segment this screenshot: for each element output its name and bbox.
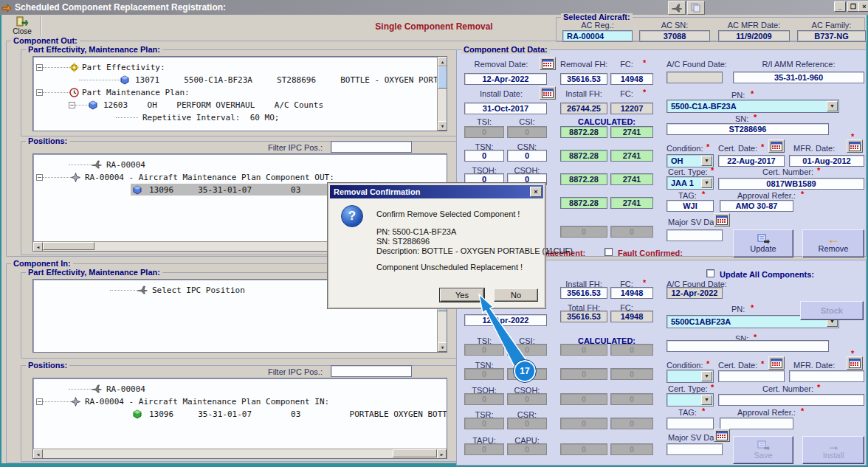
ci-install-date-field[interactable]: 12-Apr-2022 [464,314,547,326]
co-tsn-field[interactable]: 0 [464,150,504,162]
ci-approval-refer-field[interactable] [720,418,793,429]
tree-row[interactable]: 13096 35-31-01-07 03 PORTABLE OXYGEN BOT… [133,408,447,420]
co-cert-date-calendar-button[interactable] [768,139,785,153]
install-button-label: Install [823,451,844,460]
horizontal-scrollbar[interactable]: ◀ ▶ [33,449,447,458]
tree-row-label: Select IPC Position [148,286,245,295]
minimize-button[interactable]: _ [834,1,846,12]
ci-positions-tree: RA-00004 − RA-00004 - Aircraft Maintenan… [32,378,447,459]
dialog-no-button[interactable]: No [494,288,538,302]
co-pn-label: PN: [731,91,745,100]
co-install-date-field[interactable]: 31-Oct-2017 [464,103,547,114]
dropdown-arrow-icon[interactable]: ▼ [701,178,712,188]
ci-approval-refer-label: Approval Refer.: [737,408,796,417]
co-calc-fc-1: 2741 [610,126,653,138]
ci-major-sv-date-field[interactable] [666,443,723,455]
removal-date-calendar-button[interactable] [540,57,556,70]
co-approval-refer-field[interactable]: AMO 30-87 [720,200,793,212]
removal-fh-field[interactable]: 35616.53 [560,73,607,85]
co-csn-field[interactable]: 0 [507,150,547,162]
ci-mfr-date-field[interactable] [789,370,864,382]
co-calc-gray-fc: 0 [610,226,653,238]
ci-tsr-field: 0 [464,418,504,429]
tree-row[interactable]: − 12603 OH PERFORM OVERHAUL A/C Counts [36,99,323,111]
dropdown-arrow-icon[interactable]: ▼ [827,101,838,111]
ci-major-sv-calendar-button[interactable] [714,429,730,442]
co-sn-field[interactable]: ST288696 [666,123,829,135]
co-filter-ipc-input[interactable] [331,141,412,153]
scroll-left-button[interactable]: ◀ [33,242,43,252]
ci-mfr-date-calendar-button[interactable] [847,356,863,370]
ri-amm-field[interactable]: 35-31-01-960 [733,72,864,83]
dialog-yes-button[interactable]: Yes [440,288,484,302]
tree-row[interactable]: − Part Effectivity: [36,61,165,73]
calendar-icon [771,142,782,151]
tree-row[interactable]: RA-00004 [36,383,145,395]
ci-cert-date-field[interactable] [718,370,785,382]
co-ac-found-date-field[interactable] [666,72,723,83]
dropdown-arrow-icon[interactable]: ▼ [701,371,712,381]
co-cert-date-field[interactable]: 22-Aug-2017 [718,155,785,167]
ci-calc-fh-3: 0 [560,393,607,405]
tree-row[interactable]: Select IPC Position [36,284,245,296]
collapse-icon[interactable]: − [36,64,43,71]
co-condition-value: OH [671,156,683,165]
co-install-date-calendar-button[interactable] [540,86,556,100]
scrollbar-thumb[interactable] [393,449,437,457]
co-calc-fh-1: 8872.28 [560,126,607,138]
ci-part-plan-legend: Part Effectivity, Maintenance Plan: [26,269,162,277]
collapse-icon[interactable]: − [36,398,43,405]
co-major-sv-date-field[interactable] [666,229,723,241]
co-filter-ipc-label: Filter IPC Pos.: [268,143,323,152]
ci-cert-number-field[interactable] [718,394,864,406]
tree-row[interactable]: 13071 5500-C1A-BF23A ST288696 BOTTLE - O… [36,74,447,86]
collapse-icon[interactable]: − [36,89,43,96]
scroll-right-button[interactable]: ▶ [437,449,447,459]
ci-sn-field[interactable] [666,340,829,352]
ci-install-fh-field[interactable]: 35616.53 [560,287,607,299]
ci-condition-dropdown[interactable]: ▼ [666,370,714,383]
collapse-icon[interactable]: − [36,174,43,181]
ci-filter-ipc-label: Filter IPC Pos.: [268,367,323,376]
removal-fh-label: Removal FH: [560,60,607,69]
remove-button[interactable]: ← Remove [802,229,864,257]
ci-tag-field[interactable] [666,418,714,429]
scroll-down-button[interactable]: ▼ [438,342,447,352]
removal-date-field[interactable]: 12-Apr-2022 [464,73,547,85]
scroll-up-button[interactable]: ▲ [438,57,447,66]
scroll-down-button[interactable]: ▼ [438,121,447,131]
scrollbar-thumb[interactable] [43,242,94,250]
vertical-scrollbar[interactable]: ▲ ▼ [437,57,447,131]
required-mark: * [643,88,646,97]
tree-row[interactable]: − RA-00004 - Aircraft Maintenance Plan C… [36,395,329,407]
co-pn-dropdown[interactable]: 5500-C1A-BF23A▼ [666,100,839,113]
co-csi-label: CSI: [507,117,547,126]
collapse-icon[interactable]: − [69,102,75,108]
update-button[interactable]: Update [733,229,793,257]
tree-row[interactable]: − RA-00004 - Aircraft Maintenance Plan C… [36,171,334,183]
ci-cert-date-calendar-button[interactable] [768,356,785,370]
scroll-left-button[interactable]: ◀ [33,449,43,459]
removal-fc-field[interactable]: 14948 [610,73,653,85]
ci-cert-type-dropdown[interactable]: ▼ [666,393,714,407]
fault-confirmed-checkbox[interactable] [604,248,613,256]
scrollbar-thumb[interactable] [438,66,447,89]
ci-calc-fh-5: 0 [560,443,607,455]
co-mfr-date-calendar-button[interactable] [847,139,863,153]
ci-install-fc-field[interactable]: 14948 [610,287,653,299]
co-tag-field[interactable]: WJI [666,200,714,212]
update-all-components-checkbox[interactable] [706,269,714,277]
tree-row[interactable]: − Part Maintenance Plan: [36,86,190,98]
tree-row[interactable]: RA-00004 [36,159,145,170]
co-condition-dropdown[interactable]: OH▼ [666,154,714,167]
dropdown-arrow-icon[interactable]: ▼ [701,156,712,166]
co-mfr-date-field[interactable]: 01-Aug-2012 [789,155,864,167]
co-major-sv-calendar-button[interactable] [714,213,730,226]
dropdown-arrow-icon[interactable]: ▼ [701,395,712,405]
co-cert-number-field[interactable]: 0817WB1589 [718,178,864,190]
ci-filter-ipc-input[interactable] [331,365,412,377]
close-window-button[interactable]: × [858,1,868,12]
dialog-close-button[interactable]: × [530,187,542,197]
restore-button[interactable]: ❐ [847,1,859,12]
co-cert-type-dropdown[interactable]: JAA 1▼ [666,176,714,190]
